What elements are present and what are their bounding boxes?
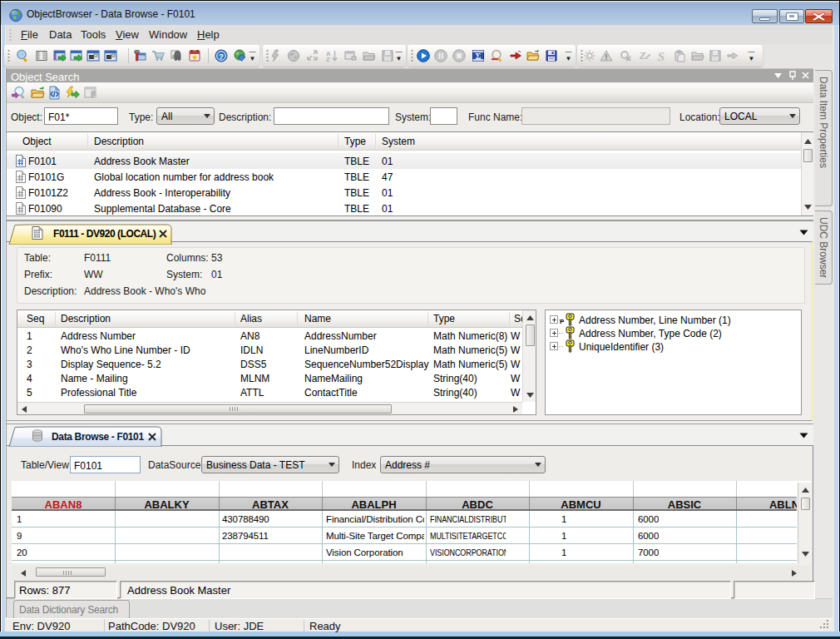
svg-text:Z: Z — [639, 50, 646, 62]
svg-text:?: ? — [219, 52, 224, 61]
svg-text:S: S — [658, 50, 665, 63]
svg-text:Z: Z — [326, 56, 330, 62]
svg-text:Σ: Σ — [476, 52, 482, 61]
